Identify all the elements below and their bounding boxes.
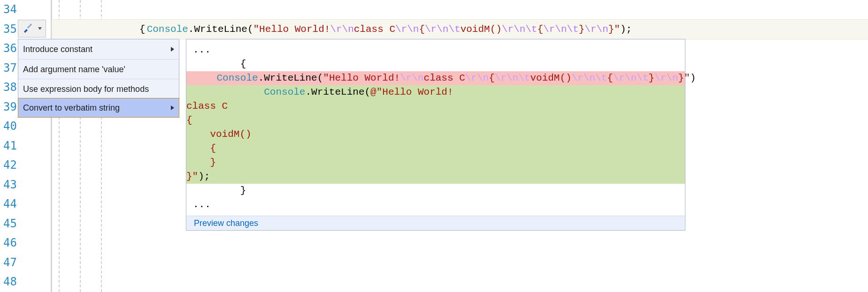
menu-item-add-argument-name[interactable]: Add argument name 'value' <box>18 59 179 79</box>
escape-token: \r\n\t <box>425 24 461 35</box>
preview-line: } <box>186 184 685 198</box>
preview-added-line: class C <box>186 99 685 113</box>
code-line-current[interactable]: Console.WriteLine("Hello World!\r\nclass… <box>52 20 868 39</box>
line-number: 35 <box>0 20 19 39</box>
chevron-right-icon <box>171 47 174 52</box>
svg-rect-1 <box>27 23 32 29</box>
menu-item-label: Add argument name 'value' <box>23 60 125 79</box>
escape-token: \r\n\t <box>613 73 649 83</box>
string-token: } <box>649 73 655 83</box>
string-token: { <box>537 24 543 35</box>
chevron-right-icon <box>171 105 174 110</box>
string-token: } <box>678 73 684 83</box>
preview-ellipsis: ... <box>186 198 685 212</box>
preview-added-line: }"); <box>186 170 685 184</box>
string-token: Hello World! <box>329 73 400 83</box>
preview-line: { <box>186 57 685 71</box>
paren-token: ) <box>690 73 696 83</box>
menu-item-introduce-constant[interactable]: Introduce constant <box>18 39 179 59</box>
string-quote: " <box>323 73 329 83</box>
quick-actions-button[interactable] <box>18 20 46 37</box>
escape-token: \r\n <box>400 73 423 83</box>
paren-token: ( <box>364 87 370 97</box>
menu-item-label: Introduce constant <box>23 39 92 59</box>
line-number-gutter: 34 35 36 37 38 39 40 41 42 43 44 45 46 4… <box>0 0 19 292</box>
escape-token: \r\n\t <box>572 73 607 83</box>
preview-footer: Preview changes <box>186 216 685 230</box>
code-line[interactable]: { <box>52 0 868 20</box>
line-number: 34 <box>0 0 19 20</box>
line-number: 36 <box>0 39 19 59</box>
indent <box>193 87 264 97</box>
string-token: } <box>579 24 585 35</box>
line-number: 37 <box>0 59 19 78</box>
escape-token: \r\n <box>395 24 419 35</box>
string-token: Hello World! <box>259 24 330 35</box>
string-token: Hello World! <box>382 87 453 97</box>
paren-token: ) <box>198 171 204 182</box>
line-number: 45 <box>0 214 19 234</box>
string-quote: " <box>253 24 260 35</box>
escape-token: \r\n <box>330 24 353 35</box>
screwdriver-icon <box>23 22 33 35</box>
semicolon-token: ; <box>204 171 210 182</box>
menu-item-convert-verbatim[interactable]: Convert to verbatim string <box>18 98 179 118</box>
class-token: Console <box>216 73 258 83</box>
line-number: 38 <box>0 78 19 97</box>
escape-token: \r\n\t <box>502 24 538 35</box>
paren-token: ( <box>247 24 253 35</box>
line-number: 43 <box>0 175 19 195</box>
preview-ellipsis: ... <box>186 43 685 57</box>
preview-added-line: } <box>186 156 685 170</box>
chevron-down-icon <box>38 27 42 30</box>
line-number: 44 <box>0 195 19 214</box>
preview-changes-link[interactable]: Preview changes <box>186 218 258 228</box>
line-number: 40 <box>0 117 19 136</box>
paren-token: ( <box>317 73 323 83</box>
string-token: class C <box>354 24 395 35</box>
indent <box>52 24 147 35</box>
method-token: WriteLine <box>194 24 247 35</box>
svg-rect-0 <box>24 29 28 33</box>
string-token: } <box>608 24 615 35</box>
preview-added-line: { <box>186 113 685 127</box>
line-number: 39 <box>0 97 19 117</box>
line-number: 42 <box>0 156 19 175</box>
string-token: class C <box>424 73 465 83</box>
string-quote: " <box>614 24 620 35</box>
quick-actions-menu: Introduce constant Add argument name 'va… <box>18 39 179 118</box>
escape-token: \r\n <box>584 24 608 35</box>
escape-token: \r\n\t <box>495 73 530 83</box>
line-number: 48 <box>0 272 19 292</box>
dot-token: . <box>188 24 194 35</box>
string-token: } <box>186 171 192 182</box>
paren-token: ) <box>620 24 626 35</box>
verbatim-quote: @" <box>370 87 382 97</box>
method-token: WriteLine <box>264 73 317 83</box>
string-token: { <box>489 73 495 83</box>
menu-item-label: Convert to verbatim string <box>23 98 120 118</box>
preview-added-line: { <box>186 142 685 156</box>
class-token: Console <box>264 87 305 97</box>
string-quote: " <box>192 171 199 182</box>
menu-item-label: Use expression body for methods <box>23 79 149 99</box>
menu-item-expression-body[interactable]: Use expression body for methods <box>18 79 179 98</box>
dot-token: . <box>258 73 264 83</box>
preview-removed-line: Console.WriteLine("Hello World!\r\nclass… <box>186 71 685 85</box>
line-number: 46 <box>0 233 19 253</box>
string-token: { <box>607 73 613 83</box>
line-number: 41 <box>0 136 19 156</box>
preview-added-line: Console.WriteLine(@"Hello World! <box>186 85 685 99</box>
preview-body: ... { Console.WriteLine("Hello World!\r\… <box>186 39 685 216</box>
escape-token: \r\n\t <box>543 24 579 35</box>
string-quote: " <box>684 73 690 83</box>
code-editor: 34 35 36 37 38 39 40 41 42 43 44 45 46 4… <box>0 0 868 292</box>
preview-added-line: voidM() <box>186 127 685 142</box>
indent <box>193 73 216 83</box>
escape-token: \r\n <box>654 73 678 83</box>
method-token: WriteLine <box>311 87 364 97</box>
line-number: 47 <box>0 253 19 273</box>
dot-token: . <box>305 87 311 97</box>
preview-panel: ... { Console.WriteLine("Hello World!\r\… <box>186 39 685 231</box>
string-token: { <box>419 24 425 35</box>
